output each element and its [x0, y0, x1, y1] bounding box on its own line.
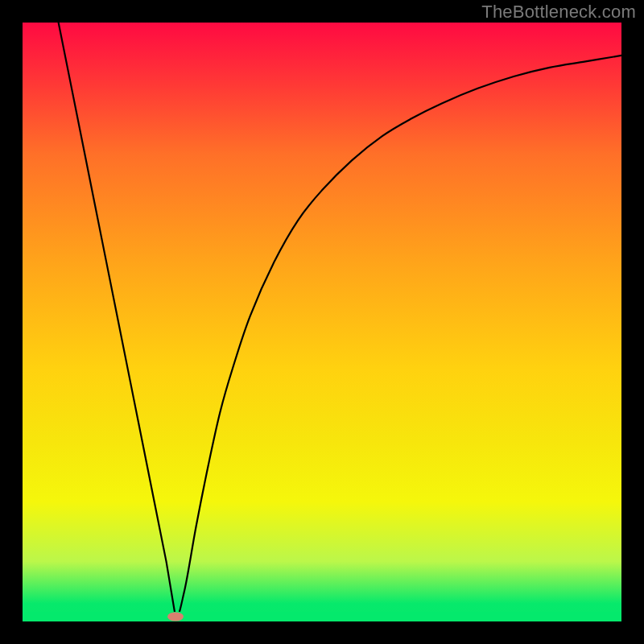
plot-area [23, 23, 621, 621]
optimal-marker [167, 613, 184, 621]
bottleneck-curve [23, 23, 621, 621]
chart-container: TheBottleneck.com [0, 0, 644, 644]
watermark-text: TheBottleneck.com [481, 2, 636, 23]
optimal-band [23, 612, 621, 621]
